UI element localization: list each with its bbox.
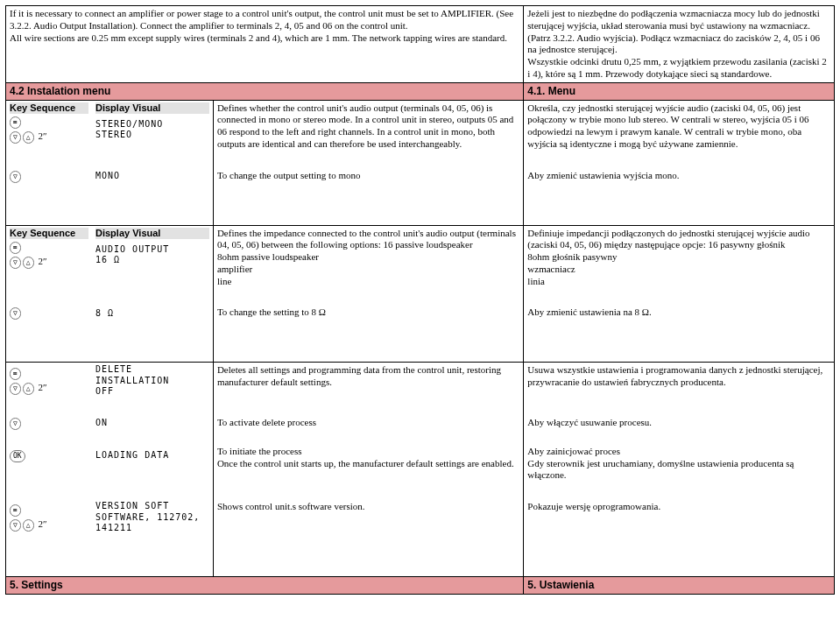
section-settings-pl: 5. Ustawienia [524,576,835,594]
down-key-icon: ▽ [10,383,21,395]
row8-pl: Pokazuje wersję oprogramowania. [524,483,835,576]
row3-pl: Definiuje impedancji podłączonych do jed… [524,225,835,289]
down-key-icon: ▽ [10,171,21,183]
vis-loading: OK LOADING DATA [6,432,214,483]
down-key-icon: ▽ [10,131,21,144]
intro-pl: Jeżeli jest to niezbędne do podłączenia … [524,6,835,83]
row1-en: Defines whether the control unit's audio… [213,100,523,152]
up-key-icon: △ [23,383,34,395]
row6-pl: Aby włączyć usuwanie procesu. [524,399,835,432]
row6-en: To activate delete process [213,399,523,432]
vis-deleteoff: ≡ ▽△ 2″ DELETE INSTALLATION OFF [6,363,214,399]
ok-key-icon: OK [10,450,25,462]
row4-pl: Aby zmienić ustawienia na 8 Ω. [524,289,835,363]
vis-audio16: Key Sequence Display Visual ≡ ▽△ 2″ AUDI… [6,225,214,289]
vis-on: ▽ ON [6,399,214,432]
up-key-icon: △ [23,131,34,144]
row5-pl: Usuwa wszystkie ustawienia i programowan… [524,363,835,399]
row1-pl: Określa, czy jednostki sterującej wyjści… [524,100,835,152]
vis-8ohm: ▽ 8 Ω [6,289,214,363]
section-install-en: 4.2 Instalation menu [6,82,524,100]
row4-en: To change the setting to 8 Ω [213,289,523,363]
vis-version: ≡ ▽△ 2″ VERSION SOFT SOFTWARE, 112702, 1… [6,483,214,576]
menu-key-icon: ≡ [10,116,21,129]
row7-pl: Aby zainicjować proces Gdy sterownik jes… [524,432,835,483]
down-key-icon: ▽ [10,519,21,532]
row5-en: Deletes all settings and programming dat… [213,363,523,399]
row8-en: Shows control unit.s software version. [213,483,523,576]
row2-pl: Aby zmienić ustawienia wyjścia mono. [524,152,835,226]
down-key-icon: ▽ [10,418,21,430]
row3-en: Defines the impedance connected to the c… [213,225,523,289]
menu-key-icon: ≡ [10,368,21,380]
vis-mono: ▽ MONO [6,152,214,226]
section-install-pl: 4.1. Menu [524,82,835,100]
section-settings-en: 5. Settings [6,576,524,594]
row7-en: To initiate the process Once the control… [213,432,523,483]
menu-key-icon: ≡ [10,242,21,254]
up-key-icon: △ [23,257,34,269]
vis-stereo-mono: Key Sequence Display Visual ≡ ▽△ 2″ STER… [6,100,214,152]
row2-en: To change the output setting to mono [213,152,523,226]
down-key-icon: ▽ [10,307,21,320]
menu-key-icon: ≡ [10,504,21,517]
intro-en: If it is necessary to connect an amplifi… [6,6,524,83]
up-key-icon: △ [23,519,34,532]
manual-table: If it is necessary to connect an amplifi… [5,5,835,595]
down-key-icon: ▽ [10,257,21,269]
